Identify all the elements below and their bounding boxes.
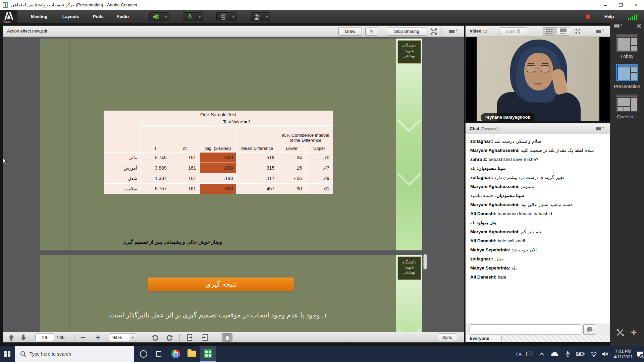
speaker-button[interactable] (149, 12, 163, 21)
hand-tool-button[interactable] (222, 333, 232, 342)
close-button[interactable]: ✕ (629, 0, 644, 10)
zoom-in-button[interactable]: + (96, 334, 100, 341)
video-pod-menu-icon[interactable]: ▼ (596, 29, 604, 34)
chat-message: سینا محمودیان: بله (470, 166, 605, 171)
wifi-icon[interactable] (588, 346, 600, 362)
volume-icon[interactable] (600, 346, 611, 362)
file-explorer-icon[interactable] (184, 346, 200, 362)
chat-message: Ali Daneshi: bale (470, 274, 605, 280)
keyboard-icon[interactable] (524, 346, 535, 362)
tray-expand-chevron[interactable] (537, 346, 547, 362)
chat-message-text: بله (470, 166, 477, 171)
next-slide-button[interactable] (20, 334, 26, 341)
chat-sender: Maryam Aghahosseini: (470, 229, 520, 234)
chat-pod-header: Chat (Everyone) ▼ (466, 123, 610, 134)
zoom-level-select[interactable]: 94% (109, 334, 130, 341)
sidebar-menu-icon[interactable]: ▼ (614, 23, 623, 28)
microphone-tray-icon[interactable] (562, 346, 573, 362)
adobe-connect-app-icon[interactable] (200, 346, 216, 362)
layout-questions-thumbnail[interactable] (616, 95, 638, 112)
pod-menu-icon[interactable]: ▼ (449, 29, 458, 34)
maximize-button[interactable]: ❐ (613, 0, 629, 10)
fit-page-button[interactable] (187, 334, 193, 341)
tab-everyone[interactable]: Everyone (466, 335, 502, 342)
action-center-icon[interactable]: 2 (635, 346, 644, 362)
presentation-scrollbar[interactable] (423, 254, 427, 269)
menu-meeting[interactable]: Meeting (31, 10, 47, 23)
chat-sender: سینا محمودیان: (477, 166, 505, 171)
chat-sender: zolfaghari: (470, 139, 493, 144)
redo-button[interactable] (166, 334, 173, 341)
page-number-input[interactable]: 29 (35, 334, 54, 341)
undo-button[interactable] (151, 334, 159, 341)
chat-input-row (466, 323, 610, 336)
battery-icon[interactable] (574, 346, 587, 362)
slide-side-band: دانشگاهشهیدبهشتی (396, 39, 422, 250)
cortana-icon[interactable] (136, 346, 152, 362)
draw-button[interactable]: Draw (338, 27, 362, 36)
mic-button[interactable] (183, 12, 197, 21)
video-fullscreen-icon[interactable] (575, 28, 581, 36)
fullscreen-icon[interactable] (430, 28, 437, 36)
status-caret[interactable]: ▼ (264, 12, 270, 21)
layout-lobby-thumbnail[interactable] (616, 34, 638, 52)
minimize-button[interactable]: – (598, 0, 613, 10)
chat-pod-menu-icon[interactable]: ▼ (596, 126, 604, 131)
menu-audio[interactable]: Audio (116, 10, 129, 23)
add-layout-button[interactable]: + (631, 326, 637, 338)
connection-signal-icon[interactable] (628, 14, 637, 20)
language-indicator[interactable]: FA (514, 346, 524, 362)
speaker-caret[interactable]: ▼ (163, 12, 169, 21)
taskbar-search[interactable]: Type here to search (15, 346, 134, 362)
participant-name-overlay: reyhane baniyaghoob (481, 113, 535, 121)
taskbar-clock[interactable]: 7:01 PM4/11/2021 (610, 346, 636, 362)
menu-layouts[interactable]: Layouts (62, 10, 79, 23)
sidebar-item-questions[interactable]: Questio... (610, 114, 644, 119)
grid-view-button[interactable] (543, 27, 556, 36)
chat-message-text: بله (510, 265, 517, 270)
hand-icon (224, 335, 230, 341)
fit-width-button[interactable] (202, 334, 208, 341)
speaker-icon (153, 14, 160, 20)
chat-message-list[interactable]: zolfaghari: سلام و تشکر. درست شدMaryam A… (466, 134, 610, 323)
chat-sender: Mahya Sepehrinia: (470, 265, 510, 270)
cell-df: 161 (170, 153, 200, 163)
chrome-icon[interactable] (168, 346, 184, 362)
cell-t: 5.745 (141, 153, 170, 163)
host-tools-icon[interactable] (616, 328, 624, 338)
zoom-caret[interactable]: ▼ (129, 334, 136, 341)
start-webcam-button[interactable]: Start (499, 27, 527, 35)
sidebar-item-presentation[interactable]: Presentation (610, 84, 644, 89)
col-header-mean: Mean Difference (236, 126, 278, 153)
col-header-df: df (170, 126, 200, 153)
mic-caret[interactable]: ▼ (197, 12, 203, 21)
university-logo: دانشگاهشهیدبهشتی (397, 256, 421, 280)
table-title: One-Sample Test (104, 111, 333, 118)
mouse-cursor (3, 158, 7, 166)
webcam-caret[interactable]: ▼ (230, 12, 236, 21)
sidebar-item-lobby[interactable]: Lobby (610, 54, 644, 59)
zoom-out-button[interactable]: − (81, 334, 86, 341)
filmstrip-view-button[interactable] (556, 27, 570, 36)
cell-upper: .29 (306, 173, 333, 184)
status-button[interactable] (250, 12, 264, 21)
pen-tool-button[interactable]: ✎ (365, 27, 378, 36)
start-button[interactable] (0, 346, 15, 362)
chat-message: سینا محمودیان: خسته نباشید (470, 193, 605, 198)
sync-button[interactable]: Sync (437, 334, 457, 341)
search-icon (20, 351, 26, 357)
app-icon (3, 2, 8, 8)
onedrive-icon[interactable] (548, 346, 561, 362)
pen-icon: ✎ (370, 28, 374, 35)
stop-sharing-button[interactable]: Stop Sharing (387, 27, 426, 36)
sidebar-dock-icon[interactable] (637, 23, 641, 29)
chat-input[interactable] (470, 324, 581, 335)
layout-presentation-thumbnail[interactable] (616, 64, 638, 81)
cell-df: 161 (170, 184, 200, 194)
previous-slide-button[interactable] (8, 334, 14, 341)
emoticon-button[interactable] (583, 324, 596, 335)
task-view-icon[interactable] (152, 346, 168, 362)
webcam-button[interactable] (216, 12, 230, 21)
slide-current: دانشگاهشهیدبهشتی One-Sample Test Test Va… (40, 39, 422, 250)
menu-pods[interactable]: Pods (93, 10, 104, 23)
